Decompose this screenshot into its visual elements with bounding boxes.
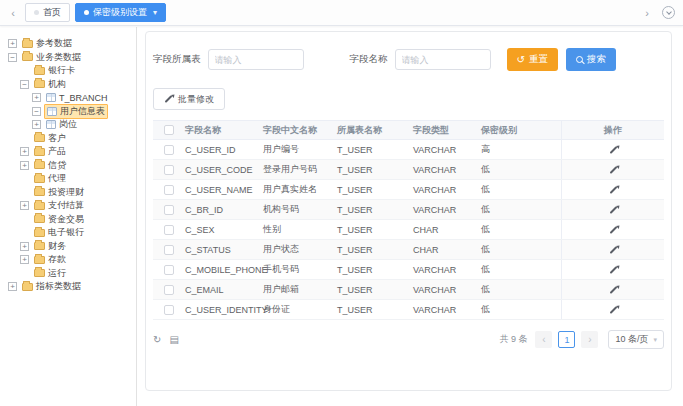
page-size-select[interactable]: 10 条/页 ▾ bbox=[608, 330, 664, 349]
expand-icon[interactable]: + bbox=[20, 161, 29, 170]
expand-icon[interactable]: + bbox=[20, 255, 29, 264]
tree-node[interactable]: +产品 bbox=[0, 145, 136, 159]
tree-node-content[interactable]: 客户 bbox=[32, 132, 68, 145]
tree-node-content[interactable]: 财务 bbox=[32, 240, 68, 253]
search-button[interactable]: 搜索 bbox=[566, 48, 616, 71]
row-checkbox[interactable] bbox=[164, 225, 174, 235]
edit-icon[interactable] bbox=[609, 146, 617, 154]
field-table-input[interactable] bbox=[208, 49, 304, 70]
collapse-icon[interactable]: − bbox=[8, 53, 17, 62]
tree-node-content[interactable]: 产品 bbox=[32, 145, 68, 158]
tree-node[interactable]: 银行卡 bbox=[0, 64, 136, 78]
batch-edit-button[interactable]: 批量修改 bbox=[153, 88, 225, 110]
edit-icon[interactable] bbox=[609, 166, 617, 174]
tree-node-content[interactable]: 指标类数据 bbox=[20, 280, 83, 293]
edit-icon[interactable] bbox=[609, 186, 617, 194]
tree-node[interactable]: +指标类数据 bbox=[0, 280, 136, 294]
tab-home[interactable]: 首页 bbox=[25, 3, 70, 22]
page-size-label: 10 条/页 bbox=[615, 333, 648, 346]
expand-icon[interactable]: + bbox=[8, 282, 17, 291]
tree-node-content[interactable]: 业务类数据 bbox=[20, 51, 83, 64]
expand-icon[interactable]: + bbox=[32, 120, 41, 129]
tree-node-content[interactable]: 电子银行 bbox=[32, 226, 86, 239]
row-checkbox-cell bbox=[153, 265, 185, 275]
tree-node[interactable]: +参考数据 bbox=[0, 37, 136, 51]
row-checkbox-cell bbox=[153, 205, 185, 215]
chevron-down-icon[interactable]: ▾ bbox=[153, 8, 157, 17]
row-checkbox[interactable] bbox=[164, 265, 174, 275]
cell-operation bbox=[561, 300, 664, 319]
edit-icon[interactable] bbox=[609, 266, 617, 274]
row-checkbox[interactable] bbox=[164, 305, 174, 315]
tree-node[interactable]: 代理 bbox=[0, 172, 136, 186]
tree-node-content[interactable]: 代理 bbox=[32, 172, 68, 185]
tab-scroll-left-icon[interactable]: ‹ bbox=[6, 7, 20, 19]
tree-node-content[interactable]: 投资理财 bbox=[32, 186, 86, 199]
tree-node-content[interactable]: 运行 bbox=[32, 267, 68, 280]
row-checkbox[interactable] bbox=[164, 245, 174, 255]
tree-node[interactable]: +T_BRANCH bbox=[0, 91, 136, 105]
row-checkbox[interactable] bbox=[164, 165, 174, 175]
tree-node[interactable]: 客户 bbox=[0, 132, 136, 146]
expand-icon[interactable]: + bbox=[32, 93, 41, 102]
tree-node[interactable]: 电子银行 bbox=[0, 226, 136, 240]
edit-icon[interactable] bbox=[609, 206, 617, 214]
tree-node-label: 银行卡 bbox=[48, 64, 75, 77]
edit-icon[interactable] bbox=[609, 246, 617, 254]
expand-icon[interactable]: + bbox=[8, 39, 17, 48]
edit-icon[interactable] bbox=[609, 226, 617, 234]
cell-operation bbox=[561, 220, 664, 239]
tab-bar: ‹ 首页 保密级别设置 ▾ › bbox=[0, 0, 683, 26]
tree-node[interactable]: +岗位 bbox=[0, 118, 136, 132]
tree-node[interactable]: 运行 bbox=[0, 267, 136, 281]
edit-icon[interactable] bbox=[609, 286, 617, 294]
refresh-icon[interactable]: ↻ bbox=[153, 335, 161, 345]
tab-options-icon[interactable] bbox=[662, 6, 675, 19]
row-checkbox[interactable] bbox=[164, 185, 174, 195]
tree-node[interactable]: −机构 bbox=[0, 78, 136, 92]
tree-node-selected[interactable]: 用户信息表 bbox=[44, 104, 108, 119]
select-all-checkbox[interactable] bbox=[164, 125, 174, 135]
edit-icon[interactable] bbox=[609, 306, 617, 314]
tree-node[interactable]: −用户信息表 bbox=[0, 105, 136, 119]
tree-node[interactable]: −业务类数据 bbox=[0, 51, 136, 65]
tree-node[interactable]: 资金交易 bbox=[0, 213, 136, 227]
reset-button[interactable]: ↺ 重置 bbox=[507, 48, 558, 71]
tree-node[interactable]: +支付结算 bbox=[0, 199, 136, 213]
tree-node-label: T_BRANCH bbox=[59, 93, 108, 103]
current-page-button[interactable]: 1 bbox=[558, 331, 575, 348]
tree-node-content[interactable]: 岗位 bbox=[44, 118, 79, 131]
tree-node[interactable]: +信贷 bbox=[0, 159, 136, 173]
tree-node-label: 电子银行 bbox=[48, 226, 84, 239]
tree-node-content[interactable]: 银行卡 bbox=[32, 64, 77, 77]
cell-name: C_USER_ID bbox=[185, 145, 263, 155]
folder-icon bbox=[34, 80, 45, 88]
tree-node-content[interactable]: T_BRANCH bbox=[44, 93, 110, 103]
tree-node-content[interactable]: 信贷 bbox=[32, 159, 68, 172]
tab-dot-icon bbox=[34, 10, 39, 15]
tree-node[interactable]: +财务 bbox=[0, 240, 136, 254]
row-checkbox[interactable] bbox=[164, 145, 174, 155]
column-settings-icon[interactable]: ▤ bbox=[169, 335, 178, 345]
tree-node[interactable]: 投资理财 bbox=[0, 186, 136, 200]
expand-icon[interactable]: + bbox=[20, 147, 29, 156]
prev-page-button[interactable]: ‹ bbox=[535, 331, 552, 348]
collapse-icon[interactable]: − bbox=[32, 107, 41, 116]
tree-node-content[interactable]: 参考数据 bbox=[20, 37, 74, 50]
tree-node[interactable]: +存款 bbox=[0, 253, 136, 267]
tree-node-content[interactable]: 机构 bbox=[32, 78, 68, 91]
collapse-icon[interactable]: − bbox=[20, 80, 29, 89]
tree-node-content[interactable]: 支付结算 bbox=[32, 199, 86, 212]
table-row: C_SEX性别T_USERCHAR低 bbox=[153, 220, 664, 240]
expand-icon[interactable]: + bbox=[20, 201, 29, 210]
field-name-input[interactable] bbox=[395, 49, 491, 70]
tree-node-content[interactable]: 存款 bbox=[32, 253, 68, 266]
expand-icon[interactable]: + bbox=[20, 242, 29, 251]
tab-scroll-right-icon[interactable]: › bbox=[640, 7, 654, 19]
row-checkbox[interactable] bbox=[164, 285, 174, 295]
tab-security-level-settings[interactable]: 保密级别设置 ▾ bbox=[75, 3, 166, 22]
row-checkbox[interactable] bbox=[164, 205, 174, 215]
next-page-button[interactable]: › bbox=[581, 331, 598, 348]
tree-node-content[interactable]: 资金交易 bbox=[32, 213, 86, 226]
cell-name: C_EMAIL bbox=[185, 285, 263, 295]
